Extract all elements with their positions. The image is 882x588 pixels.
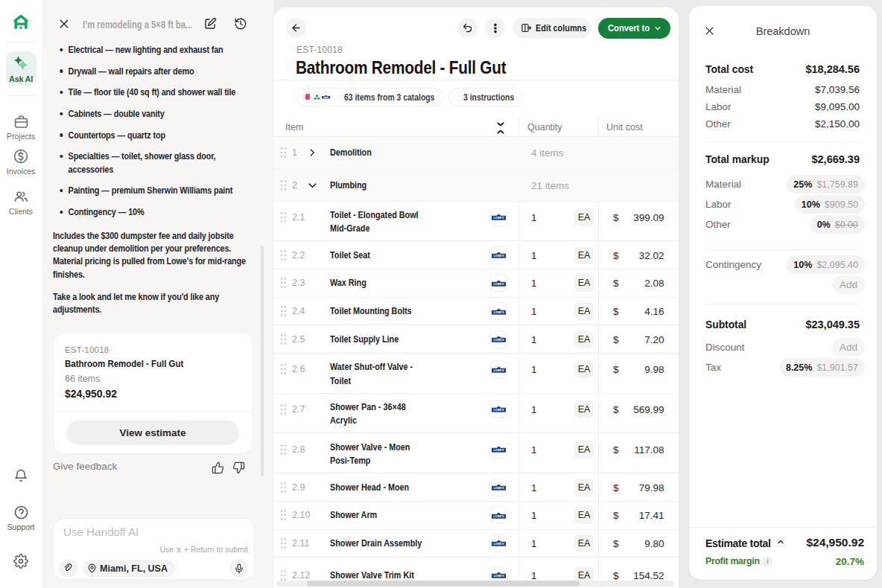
svg-text:LOWE'S: LOWE'S	[493, 575, 504, 578]
svg-text:LOWE'S: LOWE'S	[493, 368, 504, 371]
svg-text:LOWE'S: LOWE'S	[493, 543, 504, 546]
svg-text:LOWE'S: LOWE'S	[493, 310, 504, 313]
svg-text:LOWE'S: LOWE'S	[493, 339, 504, 342]
svg-text:LOWE'S: LOWE'S	[493, 283, 504, 286]
svg-text:LOWE'S: LOWE'S	[493, 449, 504, 452]
svg-text:LOWE'S: LOWE'S	[493, 255, 504, 258]
svg-text:LOWE'S: LOWE'S	[493, 487, 504, 490]
svg-text:LOWE'S: LOWE'S	[493, 409, 504, 412]
svg-text:LOWE'S: LOWE'S	[493, 217, 504, 220]
svg-text:LOWE'S: LOWE'S	[493, 515, 504, 518]
